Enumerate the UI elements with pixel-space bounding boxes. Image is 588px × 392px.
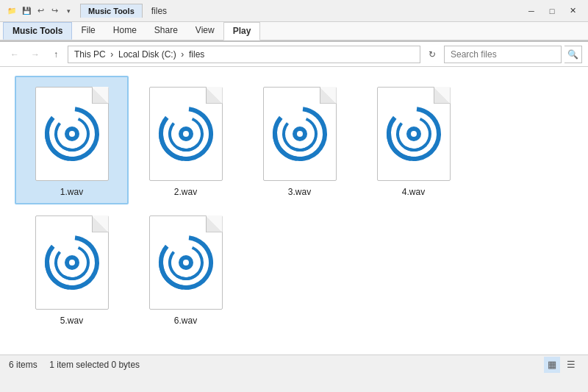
address-input[interactable] [68, 46, 420, 63]
list-view-button[interactable]: ☰ [563, 357, 579, 373]
doc-shape [149, 215, 223, 310]
svg-point-17 [297, 131, 303, 137]
dropdown-icon[interactable]: ▾ [62, 5, 74, 17]
file-name: 4.wav [402, 187, 425, 197]
file-icon [142, 83, 230, 184]
wav-disc-icon [157, 104, 215, 163]
file-icon [142, 212, 230, 313]
svg-point-29 [69, 260, 75, 266]
minimize-button[interactable]: ─ [522, 2, 541, 20]
file-name: 1.wav [60, 187, 83, 197]
ribbon-music-tools[interactable]: Music Tools [3, 22, 72, 40]
ribbon-tabs: Music Tools File Home Share View Play [0, 22, 588, 40]
file-item[interactable]: 6.wav [129, 204, 243, 333]
maximize-button[interactable]: □ [542, 2, 562, 20]
selection-info: 1 item selected 0 bytes [49, 360, 140, 370]
save-icon[interactable]: 💾 [21, 5, 32, 17]
file-item[interactable]: 2.wav [129, 76, 243, 204]
up-button[interactable]: ↑ [47, 46, 65, 63]
doc-shape [263, 87, 337, 181]
wav-disc-icon [270, 104, 329, 163]
status-bar: 6 items 1 item selected 0 bytes ▦ ☰ [0, 354, 588, 374]
svg-point-11 [183, 131, 189, 137]
wav-disc-icon [43, 233, 101, 292]
title-bar: 📁 💾 ↩ ↪ ▾ Music Tools files ─ □ ✕ [0, 0, 588, 22]
doc-shape [149, 87, 223, 181]
file-item[interactable]: 1.wav [15, 76, 129, 204]
file-icon [28, 212, 116, 313]
ribbon: Music Tools File Home Share View Play [0, 22, 588, 42]
file-icon [28, 83, 116, 184]
svg-point-23 [411, 131, 417, 137]
tab-play[interactable]: Play [223, 22, 261, 40]
file-item[interactable]: 3.wav [243, 76, 356, 204]
wav-disc-icon [157, 233, 215, 292]
search-icon[interactable]: 🔍 [564, 46, 582, 63]
app-icon: 📁 [6, 5, 18, 17]
doc-shape [35, 215, 109, 310]
address-bar: ← → ↑ ↻ 🔍 [0, 42, 588, 67]
forward-button[interactable]: → [26, 46, 44, 63]
svg-point-5 [69, 131, 75, 137]
tab-view[interactable]: View [187, 22, 223, 40]
title-bar-left: 📁 💾 ↩ ↪ ▾ Music Tools files [6, 4, 167, 18]
view-controls: ▦ ☰ [544, 357, 579, 373]
doc-shape [35, 87, 109, 181]
file-area: 1.wav [0, 67, 588, 354]
close-button[interactable]: ✕ [563, 2, 582, 20]
quick-access: 💾 ↩ ↪ ▾ [21, 5, 74, 17]
back-button[interactable]: ← [6, 46, 24, 63]
tab-home[interactable]: Home [104, 22, 146, 40]
wav-disc-icon [384, 104, 443, 163]
large-icon-view-button[interactable]: ▦ [544, 357, 560, 373]
svg-point-35 [183, 260, 189, 266]
file-name: 2.wav [174, 187, 197, 197]
window-controls: ─ □ ✕ [522, 2, 582, 20]
music-tools-tab[interactable]: Music Tools [80, 4, 143, 18]
redo-icon[interactable]: ↪ [49, 5, 60, 17]
wav-disc-icon [43, 104, 101, 163]
file-name: 3.wav [288, 187, 311, 197]
doc-shape [377, 87, 451, 181]
refresh-button[interactable]: ↻ [423, 46, 441, 63]
tab-file[interactable]: File [72, 22, 104, 40]
file-item[interactable]: 5.wav [15, 204, 129, 333]
window-title: files [151, 6, 167, 16]
file-name: 5.wav [60, 316, 83, 326]
item-count: 6 items [9, 360, 37, 370]
tab-share[interactable]: Share [146, 22, 187, 40]
file-icon [256, 83, 344, 184]
file-item[interactable]: 4.wav [356, 76, 470, 204]
status-text: 6 items 1 item selected 0 bytes [9, 360, 140, 370]
search-input[interactable] [444, 46, 562, 63]
file-name: 6.wav [174, 316, 197, 326]
file-icon [370, 83, 458, 184]
undo-icon[interactable]: ↩ [35, 5, 46, 17]
